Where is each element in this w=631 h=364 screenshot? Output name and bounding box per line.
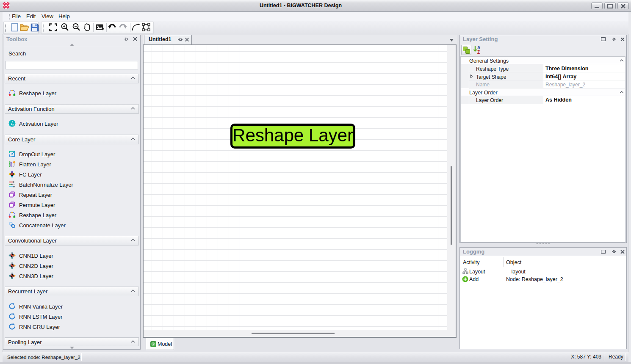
svg-text:Z: Z [477,50,480,55]
svg-text:A: A [477,45,480,50]
